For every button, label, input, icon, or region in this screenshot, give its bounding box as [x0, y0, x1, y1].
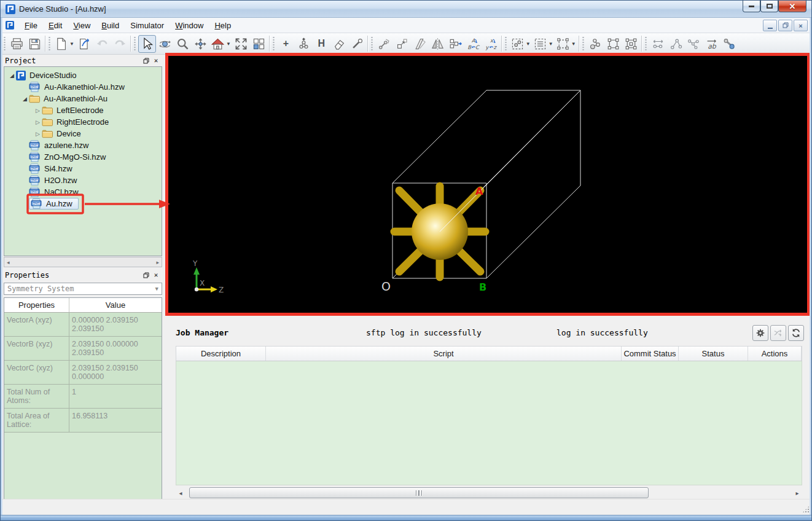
extend-structure-button[interactable] — [393, 35, 411, 53]
home-view-button[interactable]: ▼ — [209, 35, 232, 53]
swap-abc-button[interactable]: ABC — [464, 35, 482, 53]
tree-item-azulene-hzw[interactable]: HZWazulene.hzw — [4, 139, 162, 151]
toolbar-group-handle[interactable] — [505, 36, 507, 51]
mdi-minimize-button[interactable] — [763, 20, 777, 31]
build-cluster-button[interactable] — [587, 35, 604, 53]
menu-edit[interactable]: Edit — [43, 19, 68, 32]
menu-file[interactable]: File — [19, 19, 43, 32]
job-table-body[interactable] — [176, 361, 802, 485]
refresh-button[interactable] — [788, 325, 804, 341]
tree-item-nacl-hzw[interactable]: HZWNaCl.hzw — [4, 186, 162, 198]
zoom-mode-button[interactable] — [174, 35, 192, 53]
draw-bond-button[interactable] — [348, 35, 366, 53]
tree-item-rightelectrode[interactable]: ▷RightElectrode — [4, 116, 162, 128]
expander-collapsed-icon[interactable]: ▷ — [34, 131, 42, 137]
open-file-button[interactable] — [76, 35, 93, 53]
properties-float-button[interactable] — [141, 270, 151, 280]
resize-grip[interactable] — [802, 506, 810, 513]
expander-expanded-icon[interactable]: ◢ — [8, 72, 16, 79]
redo-button[interactable] — [111, 35, 129, 53]
mirror-structure-button[interactable] — [429, 35, 447, 53]
minimize-button[interactable] — [743, 1, 760, 12]
measure-angle-button[interactable] — [667, 35, 685, 53]
fullscreen-view-button[interactable] — [232, 35, 250, 53]
menu-window[interactable]: Window — [170, 19, 209, 32]
pan-mode-button[interactable] — [192, 35, 209, 53]
cell-boundary-button[interactable]: ▼ — [555, 35, 577, 53]
add-fragment-button[interactable] — [295, 35, 313, 53]
menu-view[interactable]: View — [68, 19, 96, 32]
toolbar-group-handle[interactable] — [273, 36, 275, 51]
scroll-right-arrow-icon[interactable]: ▸ — [792, 487, 802, 499]
measure-dihedral-button[interactable] — [685, 35, 703, 53]
tree-item-h2o-hzw[interactable]: HZWH2O.hzw — [4, 174, 162, 186]
build-lattice-button[interactable] — [622, 35, 640, 53]
scroll-left-arrow-icon[interactable]: ◂ — [176, 487, 185, 499]
job-hscrollbar[interactable]: ◂ ▸ — [176, 486, 802, 499]
save-button[interactable] — [26, 35, 44, 53]
rotate-mode-button[interactable] — [156, 35, 174, 53]
maximize-button[interactable] — [760, 1, 778, 12]
menu-help[interactable]: Help — [209, 19, 236, 32]
measure-distance-button[interactable] — [649, 35, 667, 53]
column-header-commit-status[interactable]: Commit Status — [622, 347, 679, 361]
tree-item-devicestudio[interactable]: ◢DeviceStudio — [4, 69, 162, 81]
scroll-right-arrow-icon[interactable]: ▸ — [156, 259, 159, 265]
column-header-status[interactable]: Status — [679, 347, 748, 361]
align-view-button[interactable]: ▼ — [532, 35, 555, 53]
new-file-button[interactable]: ▼ — [53, 35, 76, 53]
swap-xyz-button[interactable]: xyz — [482, 35, 500, 53]
column-header-script[interactable]: Script — [266, 347, 622, 361]
expander-collapsed-icon[interactable]: ▷ — [34, 119, 42, 125]
toolbar-group-handle[interactable] — [371, 36, 373, 51]
tree-item-si4-hzw[interactable]: HZWSi4.hzw — [4, 163, 162, 174]
property-type-select[interactable]: Symmetry System ▼ — [4, 283, 162, 295]
edit-structure-button[interactable] — [411, 35, 429, 53]
expander-expanded-icon[interactable]: ◢ — [21, 96, 29, 102]
properties-close-button[interactable]: ✕ — [151, 270, 161, 280]
menu-simulator[interactable]: Simulator — [125, 19, 170, 32]
bond-style-button[interactable] — [720, 35, 738, 53]
scroll-left-arrow-icon[interactable]: ◂ — [7, 259, 10, 265]
project-close-button[interactable]: ✕ — [151, 56, 161, 65]
tree-item-au-alkanethiol-au-hzw[interactable]: HZWAu-Alkanethiol-Au.hzw — [4, 81, 162, 93]
value-column-header[interactable]: Value — [69, 298, 162, 312]
select-mode-button[interactable] — [138, 35, 156, 53]
mdi-restore-button[interactable] — [778, 20, 792, 31]
replicate-structure-button[interactable] — [447, 35, 464, 53]
mdi-close-button[interactable]: × — [794, 20, 808, 31]
tile-windows-button[interactable] — [250, 35, 268, 53]
scroll-thumb[interactable] — [189, 487, 649, 498]
add-hydrogen-button[interactable]: H — [313, 35, 330, 53]
structure-viewport[interactable]: A B O Y Z X — [165, 53, 810, 316]
close-button[interactable]: ✕ — [778, 1, 806, 12]
expander-collapsed-icon[interactable]: ▷ — [34, 108, 42, 114]
properties-table: Properties Value VectorA (xyz)0.000000 2… — [4, 297, 162, 501]
settings-button[interactable] — [752, 325, 768, 341]
add-atom-button[interactable]: + — [277, 35, 295, 53]
erase-button[interactable] — [330, 35, 348, 53]
tree-item-leftelectrode[interactable]: ▷LeftElectrode — [4, 104, 162, 116]
properties-column-header[interactable]: Properties — [4, 298, 69, 312]
adjust-bond-button[interactable] — [375, 35, 393, 53]
project-hscrollbar[interactable]: ◂ ▸ — [4, 257, 162, 267]
tree-item-au-alkanethiol-au[interactable]: ◢Au-Alkanethiol-Au — [4, 93, 162, 104]
toolbar-group-handle[interactable] — [49, 36, 50, 51]
toolbar-group-handle[interactable] — [645, 36, 647, 51]
print-button[interactable] — [8, 35, 26, 53]
select-atoms-button[interactable]: ▼ — [509, 35, 532, 53]
column-header-description[interactable]: Description — [176, 347, 266, 361]
project-float-button[interactable] — [141, 56, 151, 65]
tree-item-au-hzw[interactable]: HZWAu.hzw — [4, 198, 162, 210]
column-header-actions[interactable]: Actions — [748, 347, 802, 361]
undo-button[interactable] — [93, 35, 111, 53]
toolbar-group-handle[interactable] — [134, 36, 136, 51]
toolbar-group-handle[interactable] — [4, 36, 6, 51]
tree-item-zno-mgo-si-hzw[interactable]: HZWZnO-MgO-Si.hzw — [4, 151, 162, 163]
tree-item-device[interactable]: ▷Device — [4, 128, 162, 139]
vector-ab-button[interactable]: ab — [703, 35, 720, 53]
toolbar-group-handle[interactable] — [582, 36, 584, 51]
build-supercell-button[interactable] — [604, 35, 622, 53]
menu-build[interactable]: Build — [96, 19, 125, 32]
shuffle-button[interactable] — [770, 325, 786, 341]
